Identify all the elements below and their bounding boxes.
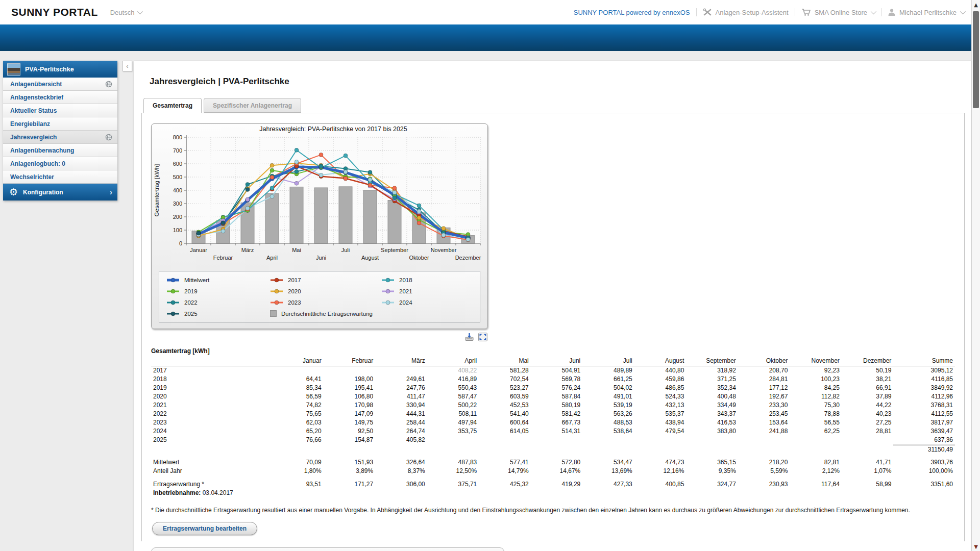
plant-header[interactable]: PVA-Perlitschke [3, 61, 117, 78]
table-cell: 603,59 [479, 392, 531, 401]
config-accordion[interactable]: ▸ ⚙ Konfiguration - Jahresvergleich [151, 547, 504, 551]
tools-icon [703, 8, 712, 16]
table-cell: 40,23 [842, 410, 894, 418]
sunny-portal-logo[interactable]: SUNNY PORTAL [11, 6, 98, 18]
table-cell: 577,41 [479, 458, 531, 467]
legend-item-2021: 2021 [381, 286, 480, 296]
table-cell: 550,43 [427, 384, 479, 392]
table-cell [479, 444, 531, 454]
column-header: Februar [324, 356, 376, 366]
row-label: Anteil Jahr [151, 467, 272, 475]
table-cell: 13,69% [582, 467, 634, 475]
table-cell: 400,48 [686, 392, 738, 401]
table-cell: 41,71 [842, 458, 894, 467]
table-cell: 535,37 [634, 410, 687, 418]
table-cell [790, 436, 842, 445]
scrollbar-thumb[interactable] [973, 11, 979, 108]
legend-label: 2018 [399, 277, 412, 283]
table-cell: 587,84 [531, 392, 583, 401]
table-cell: 563,26 [582, 410, 634, 418]
legend-item-2018: 2018 [381, 275, 480, 285]
sidebar-item-label: Anlagenüberwachung [10, 147, 74, 154]
user-menu[interactable]: Michael Perlitschke [888, 8, 964, 16]
table-cell: 76,66 [272, 436, 324, 445]
svg-text:0: 0 [179, 240, 182, 246]
table-cell [738, 436, 790, 445]
fullscreen-icon[interactable] [478, 332, 488, 341]
table-cell: 284,81 [738, 375, 790, 384]
year-row-2024: 202465,2092,50264,74353,75614,05514,3153… [151, 427, 955, 436]
table-cell: 408,22 [427, 366, 479, 375]
sidebar-nav: AnlagenübersichtAnlagensteckbriefAktuell… [3, 78, 117, 184]
spacer [151, 454, 955, 458]
setup-assistant-link[interactable]: Anlagen-Setup-Assistent [703, 8, 789, 16]
data-point [319, 164, 323, 168]
language-selector[interactable]: Deutsch [110, 9, 142, 16]
svg-text:August: August [361, 255, 379, 261]
sidebar-item-anlagen-berwachung[interactable]: Anlagenüberwachung [3, 144, 117, 157]
table-cell [427, 436, 479, 445]
data-point [221, 229, 225, 233]
edit-expectation-button[interactable]: Ertragserwartung bearbeiten [152, 522, 257, 535]
top-bar: SUNNY PORTAL Deutsch SUNNY PORTAL powere… [0, 0, 971, 24]
table-cell: 3768,31 [893, 401, 955, 410]
data-point [393, 190, 397, 194]
data-point [417, 221, 421, 225]
table-cell: 65,20 [272, 427, 324, 436]
scroll-down-icon[interactable]: ▼ [972, 544, 980, 549]
sidebar-item-anlagen-bersicht[interactable]: Anlagenübersicht [3, 78, 117, 91]
sidebar-item-energiebilanz[interactable]: Energiebilanz [3, 117, 117, 131]
tab-content: 0100200300400500600700800JanuarFebruarMä… [141, 113, 965, 541]
column-header: August [634, 356, 687, 366]
table-cell [375, 366, 427, 375]
row-label: Ertragserwartung * [151, 480, 272, 489]
table-cell: 75,30 [790, 401, 842, 410]
svg-text:800: 800 [173, 134, 182, 140]
config-label: Konfiguration [23, 189, 63, 196]
legend-item-durchschnittliche-ertragserwartung: Durchschnittliche Ertragserwartung [270, 309, 381, 318]
sidebar-item-anlagenlogbuch-0[interactable]: Anlagenlogbuch: 0 [3, 157, 117, 170]
sidebar-item-anlagensteckbrief[interactable]: Anlagensteckbrief [3, 91, 117, 104]
table-cell: 4112,55 [893, 410, 955, 418]
powered-by-link[interactable]: SUNNY PORTAL powered by ennexOS [574, 9, 690, 16]
table-cell [842, 436, 894, 445]
sidebar-item-jahresvergleich[interactable]: Jahresvergleich [3, 131, 117, 144]
row-label: 2025 [151, 436, 272, 445]
export-icon[interactable] [464, 332, 474, 341]
vertical-scrollbar[interactable]: ▲ ▼ [971, 0, 980, 551]
svg-text:November: November [431, 247, 457, 253]
table-cell: 50,19 [842, 366, 894, 375]
sidebar-item-aktueller-status[interactable]: Aktueller Status [3, 104, 117, 117]
table-cell: 3849,92 [893, 384, 955, 392]
table-cell: 343,37 [686, 410, 738, 418]
table-cell: 440,80 [634, 366, 687, 375]
collapse-panel-button[interactable]: ‹ [122, 61, 132, 71]
year-row-2019: 201985,34195,41247,76550,43523,27576,245… [151, 384, 955, 392]
table-cell: 324,77 [686, 480, 738, 489]
yield-table: JanuarFebruarMärzAprilMaiJuniJuliAugustS… [151, 356, 955, 497]
gear-icon: ⚙ [9, 187, 18, 197]
store-link[interactable]: SMA Online Store [801, 8, 875, 16]
table-cell: 92,23 [790, 366, 842, 375]
table-cell [531, 436, 583, 445]
table-cell: 208,70 [738, 366, 790, 375]
tab-gesamtertrag[interactable]: Gesamtertrag [143, 98, 202, 113]
content-panel: Jahresvergleich | PVA-Perlitschke Gesamt… [134, 61, 971, 551]
scroll-up-icon[interactable]: ▲ [972, 2, 980, 8]
table-cell: 667,73 [531, 418, 583, 427]
table-cell: 3639,47 [893, 427, 955, 436]
table-cell: 177,12 [738, 384, 790, 392]
table-cell: 218,20 [738, 458, 790, 467]
column-header: Dezember [842, 356, 894, 366]
expectation-row: Ertragserwartung *93,51171,27306,00375,7… [151, 480, 955, 489]
bar-september [388, 201, 401, 243]
sidebar-item-wechselrichter[interactable]: Wechselrichter [3, 170, 117, 184]
divider [795, 8, 795, 16]
legend-label: 2024 [399, 299, 412, 306]
svg-text:Juli: Juli [341, 247, 350, 253]
tab-spezifischer-anlagenertrag[interactable]: Spezifischer Anlagenertrag [204, 98, 301, 113]
table-cell: 504,02 [582, 384, 634, 392]
sidebar-item-konfiguration[interactable]: ⚙ Konfiguration › [3, 184, 117, 201]
legend-marker [381, 277, 395, 283]
table-cell: 3,89% [324, 467, 376, 475]
